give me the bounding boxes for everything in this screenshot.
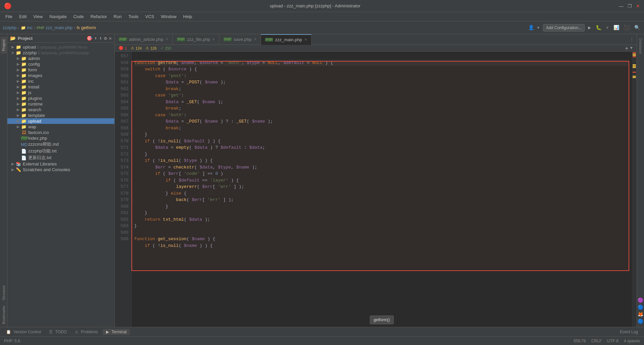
terminal-tab[interactable]: ▶ Terminal (103, 329, 130, 335)
code-line-564: $data = _GET( $name ); (134, 99, 629, 106)
tree-item-config[interactable]: ▶ 📁 config (7, 61, 114, 67)
tree-item-inc[interactable]: ▶ 📁 inc (7, 78, 114, 84)
menu-code[interactable]: Code (71, 13, 87, 20)
status-encoding[interactable]: UTF-8 (607, 339, 619, 343)
menu-refactor[interactable]: Refactor (88, 13, 110, 20)
tree-item-plugins[interactable]: ▶ 📁 plugins (7, 95, 114, 101)
prev-error-button[interactable]: ▲ (625, 46, 628, 51)
tree-item-index-php[interactable]: ▶ PHP index.php (7, 135, 114, 141)
database-tab[interactable]: Database (638, 36, 643, 57)
search-everywhere-button[interactable]: 🔍 (633, 24, 641, 31)
breadcrumb-file[interactable]: zzz_main.php (46, 25, 72, 30)
status-indentation[interactable]: 4 spaces (624, 339, 640, 343)
tree-item-upload[interactable]: ▶ 📁 upload (7, 118, 114, 124)
breadcrumb-inc[interactable]: inc (27, 25, 33, 30)
collapse-all-button[interactable]: ⬆ (94, 36, 97, 41)
project-tab[interactable]: Project (1, 37, 7, 54)
tree-item-upload-root[interactable]: ▶ 📁 upload E:\phpstudy_pro\WWW\74cms (7, 44, 114, 50)
tree-label: inc (28, 79, 114, 84)
editor-scrollbar-markers[interactable] (632, 52, 637, 327)
minimize-button[interactable]: — (619, 3, 624, 9)
tab-save[interactable]: PHP save.php ✕ (219, 34, 261, 45)
tree-item-admin[interactable]: ▶ 📁 admin (7, 56, 114, 61)
todo-tab[interactable]: ☰ TODO (46, 329, 70, 335)
breadcrumb-function[interactable]: getform (81, 25, 96, 30)
event-log-tab[interactable]: Event Log (616, 329, 641, 335)
status-php: PHP: 5.6 (4, 339, 20, 343)
version-control-tab[interactable]: 📋 Version Control (3, 329, 44, 335)
tree-item-images[interactable]: ▶ 📁 images (7, 73, 114, 78)
debug-button[interactable]: 🐛 (594, 24, 603, 31)
menu-vcs[interactable]: VCS (143, 13, 157, 20)
tree-item-external-libraries[interactable]: ▶ 📚 External Libraries (7, 161, 114, 167)
menu-help[interactable]: Help (180, 13, 195, 20)
browser-icon-firefox[interactable]: 🦊 (638, 312, 643, 317)
close-panel-button[interactable]: ✕ (109, 36, 112, 41)
problems-tab[interactable]: ⚠ Problems (71, 329, 101, 335)
browser-icon-jetbrains[interactable]: 🟣 (638, 297, 643, 303)
structure-tab[interactable]: Structure (1, 283, 7, 303)
tab-label: zzz_file.php (187, 37, 210, 42)
code-line-570: if ( !is_null( $default ) ) { (134, 138, 629, 145)
tab-zzz-file[interactable]: PHP zzz_file.php ✕ (173, 34, 219, 45)
menu-edit[interactable]: Edit (16, 13, 29, 20)
status-line-ending[interactable]: CRLF (591, 339, 602, 343)
menu-run[interactable]: Run (111, 13, 124, 20)
tree-label: runtime (28, 101, 114, 107)
tab-zzz-main[interactable]: PHP zzz_main.php ✕ (261, 34, 312, 45)
tree-item-template[interactable]: ▶ 📁 template (7, 113, 114, 118)
tab-close-button[interactable]: ✕ (165, 37, 168, 42)
menu-window[interactable]: Window (158, 13, 179, 20)
warning-count: 124 (136, 46, 142, 50)
next-error-button[interactable]: ▼ (630, 46, 633, 51)
tree-item-scratches[interactable]: ▶ ✏️ Scratches and Consoles (7, 167, 114, 172)
terminal-icon: ▶ (106, 330, 109, 334)
tab-close-button[interactable]: ✕ (304, 38, 307, 42)
status-position[interactable]: 558:76 (574, 339, 586, 343)
browser-icon-chrome[interactable]: 🔵 (638, 304, 643, 310)
tree-item-zzzcms-md[interactable]: ▶ MD zzzcms帮助.md (7, 141, 114, 148)
menu-view[interactable]: View (31, 13, 45, 20)
menu-file[interactable]: File (3, 13, 15, 20)
folder-icon: 📁 (21, 79, 27, 84)
maximize-button[interactable]: ❐ (628, 3, 632, 9)
menu-navigate[interactable]: Navigate (47, 13, 69, 20)
add-configuration-button[interactable]: Add Configuration... (543, 24, 585, 31)
tree-arrow: ▶ (15, 73, 21, 78)
close-button[interactable]: ✕ (636, 3, 640, 9)
code-content[interactable]: function getform( $name, $source = 'both… (131, 52, 632, 327)
function-icon: fx (77, 25, 80, 30)
coverage-button[interactable]: ⚡ (605, 24, 610, 31)
tab-close-button[interactable]: ✕ (212, 37, 215, 42)
tree-label: index.php (28, 136, 114, 141)
run-button[interactable]: ▶ (587, 24, 592, 31)
tree-item-form[interactable]: ▶ 📁 form (7, 67, 114, 73)
tree-label: Scratches and Consoles (23, 167, 114, 172)
todo-icon: ☰ (49, 330, 53, 334)
tree-item-runtime[interactable]: ▶ 📁 runtime (7, 101, 114, 107)
tab-close-button[interactable]: ✕ (254, 37, 257, 42)
locate-file-button[interactable]: 🎯 (87, 36, 92, 41)
expand-all-button[interactable]: ⬇ (99, 36, 102, 41)
scratches-icon: ✏️ (15, 167, 21, 172)
tree-item-zzzphp[interactable]: ▼ 📁 zzzphp E:\phpstudy_pro\WWW\zzzphp (7, 50, 114, 56)
tabs-more-button[interactable]: ⋮ (627, 37, 637, 42)
breadcrumb-zzzphp[interactable]: zzzphp (3, 25, 16, 30)
stop-button[interactable]: ⬛ (623, 24, 631, 31)
tab-admin-article[interactable]: PHP admin_article.php ✕ (115, 34, 173, 45)
tree-arrow: ▶ (15, 102, 21, 106)
browser-icon-edge[interactable]: 🔵 (638, 319, 643, 324)
profile-button[interactable]: 📊 (612, 24, 621, 31)
tree-item-changelog-txt[interactable]: ▶ 📄 更新日志.txt (7, 154, 114, 161)
tree-item-js[interactable]: ▶ 📁 js (7, 90, 114, 95)
account-icon[interactable]: 👤 ▾ (527, 24, 541, 31)
bookmarks-tab[interactable]: Bookmarks (1, 303, 7, 327)
tree-item-wap[interactable]: ▶ 📁 wap (7, 124, 114, 130)
tree-item-search[interactable]: ▶ 📁 search (7, 107, 114, 113)
tree-item-zzzphp-txt[interactable]: ▶ 📄 zzzphp功能.txt (7, 148, 114, 154)
project-settings-button[interactable]: ⚙ (104, 36, 107, 41)
tree-item-install[interactable]: ▶ 📁 install (7, 84, 114, 90)
tree-item-favicon[interactable]: ▶ 🖼 favicon.ico (7, 130, 114, 135)
menu-tools[interactable]: Tools (126, 13, 141, 20)
folder-icon: 📁 (21, 25, 26, 30)
